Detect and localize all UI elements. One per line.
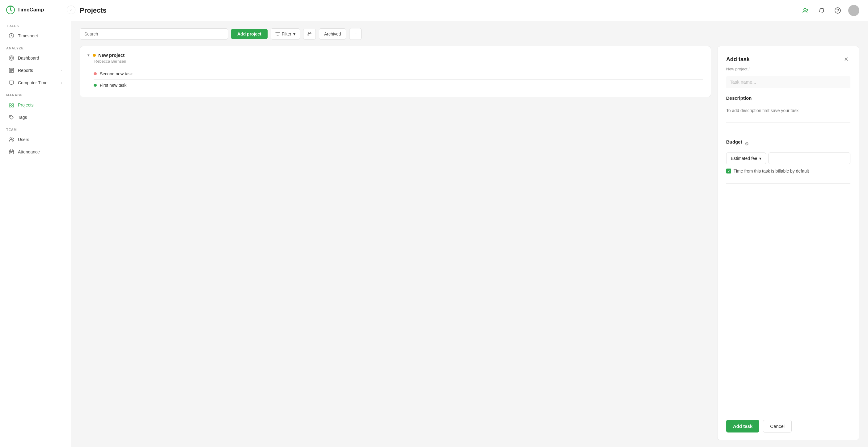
- description-label: Description: [726, 95, 850, 101]
- sidebar-item-label: Tags: [18, 115, 27, 120]
- tags-icon: [9, 114, 14, 120]
- sidebar-item-label: Computer Time: [18, 80, 48, 85]
- computer-time-chevron-icon: ›: [61, 81, 62, 84]
- panel-title: Add task: [726, 56, 750, 63]
- sidebar: TimeCamp TRACK Timesheet ANALYZE Dashboa…: [0, 0, 71, 447]
- budget-row: Estimated fee ▾: [726, 152, 850, 164]
- filter-button[interactable]: Filter ▾: [271, 28, 300, 39]
- svg-rect-6: [9, 81, 13, 84]
- users-icon: [9, 137, 14, 142]
- sidebar-item-projects[interactable]: Projects: [2, 99, 68, 111]
- svg-rect-8: [12, 104, 13, 105]
- sidebar-item-timesheet[interactable]: Timesheet: [2, 30, 68, 42]
- add-project-button[interactable]: Add project: [231, 29, 268, 39]
- sidebar-collapse-button[interactable]: ‹: [67, 6, 75, 14]
- budget-amount-input[interactable]: [769, 152, 850, 164]
- billable-label: Time from this task is billable by defau…: [734, 169, 809, 173]
- cancel-button[interactable]: Cancel: [763, 420, 792, 433]
- search-input[interactable]: [80, 28, 228, 39]
- estimated-fee-label: Estimated fee: [731, 156, 757, 161]
- svg-point-11: [10, 116, 11, 117]
- svg-point-4: [10, 57, 12, 59]
- budget-settings-icon[interactable]: ⚙: [745, 141, 749, 147]
- project-header: ▾ New project: [88, 53, 703, 58]
- avatar[interactable]: [848, 5, 859, 16]
- computer-icon: [9, 80, 14, 85]
- svg-rect-7: [9, 104, 11, 105]
- sidebar-item-label: Timesheet: [18, 33, 38, 38]
- estimated-fee-dropdown[interactable]: Estimated fee ▾: [726, 152, 766, 164]
- svg-point-16: [835, 8, 840, 13]
- close-panel-button[interactable]: ✕: [842, 55, 850, 64]
- more-options-button[interactable]: ···: [349, 28, 361, 40]
- description-textarea[interactable]: [726, 104, 850, 123]
- pin-button[interactable]: [303, 29, 316, 39]
- projects-icon: [9, 102, 14, 108]
- section-analyze: ANALYZE: [0, 42, 71, 52]
- task-name: First new task: [100, 83, 126, 88]
- app-name: TimeCamp: [17, 7, 44, 13]
- sidebar-item-dashboard[interactable]: Dashboard: [2, 52, 68, 64]
- add-user-button[interactable]: [800, 5, 811, 16]
- logo-area: TimeCamp: [0, 0, 71, 20]
- project-card: ▾ New project Rebecca Bernsen Second new…: [80, 46, 711, 97]
- sidebar-item-label: Reports: [18, 68, 33, 73]
- billable-checkbox[interactable]: [726, 169, 731, 173]
- footer-divider: [726, 183, 850, 184]
- svg-point-12: [10, 138, 12, 140]
- sidebar-item-label: Dashboard: [18, 56, 39, 61]
- svg-point-15: [804, 8, 806, 11]
- sidebar-item-users[interactable]: Users: [2, 134, 68, 145]
- help-button[interactable]: [832, 5, 843, 16]
- task-dot-second: [94, 72, 97, 75]
- add-task-panel: Add task ✕ New project / Description Bud…: [717, 46, 859, 440]
- projects-toolbar: Add project Filter ▾ Archived ···: [80, 28, 859, 40]
- svg-rect-10: [12, 106, 13, 107]
- add-task-button[interactable]: Add task: [726, 420, 759, 433]
- project-dot: [93, 54, 96, 57]
- dropdown-chevron-icon: ▾: [759, 156, 762, 161]
- sidebar-item-computer-time[interactable]: Computer Time ›: [2, 77, 68, 89]
- archived-button[interactable]: Archived: [319, 28, 346, 39]
- svg-rect-14: [9, 150, 13, 154]
- project-owner: Rebecca Bernsen: [94, 59, 703, 64]
- filter-chevron-icon: ▾: [293, 32, 296, 36]
- task-item[interactable]: First new task: [94, 79, 703, 91]
- project-collapse-arrow[interactable]: ▾: [88, 53, 90, 58]
- sidebar-item-label: Projects: [18, 102, 34, 107]
- section-manage: MANAGE: [0, 89, 71, 99]
- task-dot-first: [94, 84, 97, 87]
- dashboard-icon: [9, 55, 14, 61]
- task-list: Second new task First new task: [94, 68, 703, 91]
- svg-point-18: [852, 8, 855, 11]
- notification-button[interactable]: [816, 5, 827, 16]
- panel-footer: Add task Cancel: [726, 420, 850, 433]
- reports-chevron-icon: ›: [61, 69, 62, 72]
- project-name: New project: [98, 53, 125, 58]
- sidebar-item-label: Attendance: [18, 149, 40, 154]
- page-title: Projects: [80, 6, 106, 14]
- sidebar-item-attendance[interactable]: Attendance: [2, 146, 68, 158]
- svg-point-1: [10, 9, 11, 10]
- sidebar-item-reports[interactable]: Reports ›: [2, 65, 68, 76]
- project-list: ▾ New project Rebecca Bernsen Second new…: [80, 46, 711, 440]
- divider: [726, 133, 850, 133]
- budget-label: Budget: [726, 139, 742, 144]
- topbar-actions: [800, 5, 859, 16]
- svg-point-17: [837, 12, 838, 12]
- reports-icon: [9, 68, 14, 73]
- main-content: Projects Add project Filter ▾: [71, 0, 868, 447]
- section-track: TRACK: [0, 20, 71, 30]
- breadcrumb: New project /: [726, 67, 850, 71]
- panel-header: Add task ✕: [726, 55, 850, 64]
- svg-point-13: [12, 138, 13, 140]
- task-name-input[interactable]: [726, 76, 850, 88]
- filter-label: Filter: [282, 32, 291, 36]
- section-team: TEAM: [0, 124, 71, 133]
- sidebar-item-label: Users: [18, 137, 29, 142]
- topbar: Projects: [71, 0, 868, 21]
- task-item[interactable]: Second new task: [94, 68, 703, 79]
- attendance-icon: [9, 149, 14, 154]
- sidebar-item-tags[interactable]: Tags: [2, 111, 68, 123]
- clock-icon: [9, 33, 14, 39]
